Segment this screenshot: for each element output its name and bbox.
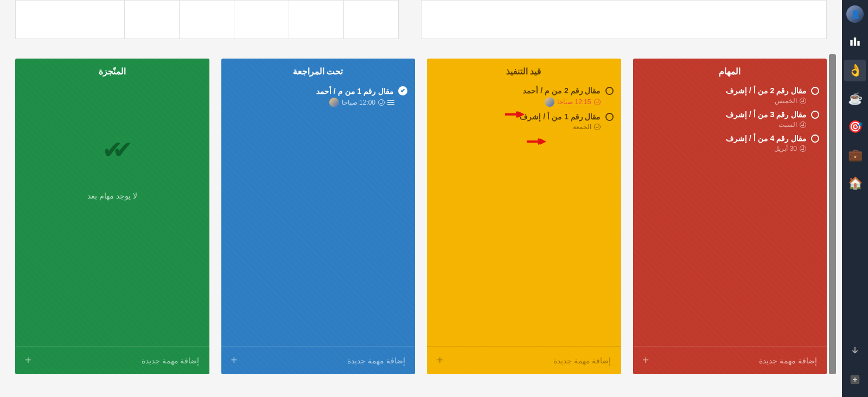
calendar-cell[interactable] <box>289 1 344 39</box>
plus-icon: + <box>231 354 238 367</box>
sidebar-briefcase[interactable]: 💼 <box>844 144 866 166</box>
ok-hand-icon: 👌 <box>848 63 863 78</box>
sidebar-target[interactable]: 🎯 <box>844 116 866 138</box>
user-avatar-icon: 👤 <box>846 5 864 23</box>
sidebar-home[interactable]: 🏠 <box>844 172 866 194</box>
kanban-columns: المهام مقال رقم 2 من أ / إشرف الخميس مقا… <box>15 59 827 374</box>
task-status-circle-icon[interactable] <box>811 135 819 143</box>
clock-icon <box>594 99 601 105</box>
column-header: تحت المراجعة <box>221 59 416 86</box>
coffee-icon: ☕ <box>848 92 863 106</box>
column-header: قيد التنفيذ <box>427 59 621 86</box>
task-meta: السبت <box>778 121 797 129</box>
right-sidebar: 👤 👌 ☕ 🎯 💼 🏠 <box>842 0 868 397</box>
column-review: تحت المراجعة ✔مقال رقم 1 من م / أحمد 12:… <box>221 59 416 374</box>
task-list: مقال رقم 2 من م / أحمد 12:15 صباحا مقال … <box>427 86 621 346</box>
task-title: مقال رقم 1 من م / أحمد <box>316 87 394 95</box>
sidebar-logo[interactable] <box>844 31 866 53</box>
plus-icon: + <box>437 354 443 367</box>
board-container: المهام مقال رقم 2 من أ / إشرف الخميس مقا… <box>0 0 842 397</box>
clock-icon <box>594 124 601 130</box>
calendar-cell[interactable] <box>125 1 180 39</box>
task-meta: الجمعة <box>573 123 591 131</box>
top-panel-right <box>15 0 399 39</box>
column-header: المنّجزة <box>15 59 209 86</box>
add-label: إضافة مهمة جديدة <box>759 356 817 365</box>
double-check-icon: ✔✔ <box>102 135 123 164</box>
sidebar-coffee[interactable]: ☕ <box>844 88 866 110</box>
clock-icon <box>378 99 385 106</box>
task-card[interactable]: مقال رقم 3 من أ / إشرف السبت <box>641 110 820 129</box>
assignee-avatar-icon <box>329 98 339 107</box>
task-title: مقال رقم 2 من م / أحمد <box>523 86 601 95</box>
task-meta: 12:00 صباحا <box>342 99 375 106</box>
target-icon: 🎯 <box>848 120 863 134</box>
top-panels <box>15 0 827 39</box>
empty-message: لا يوجد مهام بعد <box>87 191 137 200</box>
add-task-button[interactable]: إضافة مهمة جديدة + <box>221 346 416 374</box>
sidebar-download[interactable] <box>844 341 866 362</box>
task-status-circle-icon[interactable] <box>605 113 614 121</box>
clock-icon <box>800 98 806 104</box>
calendar-cell[interactable] <box>180 1 234 39</box>
task-status-circle-icon[interactable] <box>605 87 614 95</box>
sidebar-add[interactable] <box>844 369 866 390</box>
monday-logo-icon <box>848 35 862 49</box>
plus-icon: + <box>25 354 31 367</box>
calendar-cell[interactable] <box>344 1 399 39</box>
calendar-cell[interactable] <box>16 1 70 39</box>
task-card[interactable]: ✔مقال رقم 1 من م / أحمد 12:00 صباحا <box>229 86 408 107</box>
clock-icon <box>800 121 806 128</box>
task-title: مقال رقم 2 من أ / إشرف <box>726 86 807 95</box>
assignee-avatar-icon <box>545 97 554 107</box>
list-icon <box>387 100 394 105</box>
task-title: مقال رقم 4 من أ / إشرف <box>726 134 807 143</box>
plus-icon: + <box>643 354 649 367</box>
briefcase-icon: 💼 <box>848 148 863 162</box>
annotation-arrow-icon <box>526 138 546 145</box>
task-done-check-icon[interactable]: ✔ <box>398 86 407 95</box>
task-card[interactable]: مقال رقم 4 من أ / إشرف 30 أبريل <box>641 134 820 152</box>
add-task-button[interactable]: إضافة مهمة جديدة + <box>15 346 209 374</box>
download-icon <box>849 345 861 357</box>
task-meta: 30 أبريل <box>774 145 797 152</box>
home-icon: 🏠 <box>848 176 863 190</box>
add-label: إضافة مهمة جديدة <box>553 356 611 365</box>
task-status-circle-icon[interactable] <box>811 111 819 119</box>
task-list: ✔✔ لا يوجد مهام بعد <box>15 86 209 346</box>
task-status-circle-icon[interactable] <box>811 87 819 95</box>
task-card[interactable]: مقال رقم 2 من م / أحمد 12:15 صباحا <box>435 86 614 107</box>
task-card[interactable]: مقال رقم 2 من أ / إشرف الخميس <box>641 86 820 105</box>
add-label: إضافة مهمة جديدة <box>142 356 200 365</box>
clock-icon <box>800 145 806 152</box>
plus-square-icon <box>849 374 861 386</box>
task-list: ✔مقال رقم 1 من م / أحمد 12:00 صباحا <box>221 86 416 346</box>
calendar-cell[interactable] <box>234 1 289 39</box>
column-done: المنّجزة ✔✔ لا يوجد مهام بعد إضافة مهمة … <box>15 59 209 374</box>
task-title: مقال رقم 1 من أ / إشرف <box>520 112 601 121</box>
add-task-button[interactable]: إضافة مهمة جديدة + <box>633 346 827 374</box>
add-task-button[interactable]: إضافة مهمة جديدة + <box>427 346 621 374</box>
sidebar-ok[interactable]: 👌 <box>844 60 866 81</box>
scrollbar[interactable] <box>829 54 836 374</box>
add-label: إضافة مهمة جديدة <box>347 356 405 365</box>
top-panel-left <box>421 0 827 39</box>
calendar-cell[interactable] <box>70 1 125 39</box>
annotation-arrow-icon <box>504 111 525 118</box>
sidebar-avatar[interactable]: 👤 <box>844 3 866 25</box>
empty-state: ✔✔ لا يوجد مهام بعد <box>23 86 202 249</box>
column-inprogress: قيد التنفيذ مقال رقم 2 من م / أحمد 12:15… <box>427 59 621 374</box>
task-title: مقال رقم 3 من أ / إشرف <box>726 110 807 119</box>
column-header: المهام <box>633 59 827 86</box>
task-meta: 12:15 صباحا <box>557 98 591 106</box>
task-meta: الخميس <box>775 97 797 105</box>
column-tasks: المهام مقال رقم 2 من أ / إشرف الخميس مقا… <box>633 59 827 374</box>
task-list: مقال رقم 2 من أ / إشرف الخميس مقال رقم 3… <box>633 86 827 346</box>
